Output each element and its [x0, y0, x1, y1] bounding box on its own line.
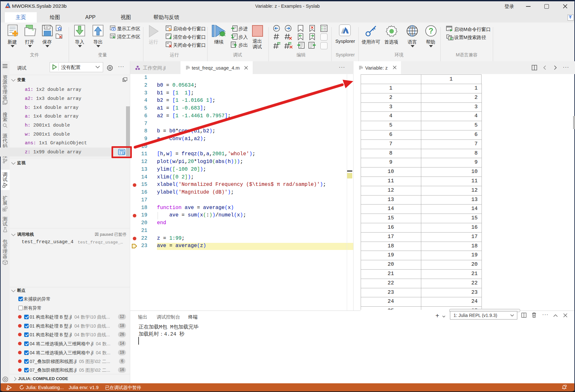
svg-text:?: ?: [429, 26, 434, 35]
svg-text:M: M: [450, 37, 452, 40]
